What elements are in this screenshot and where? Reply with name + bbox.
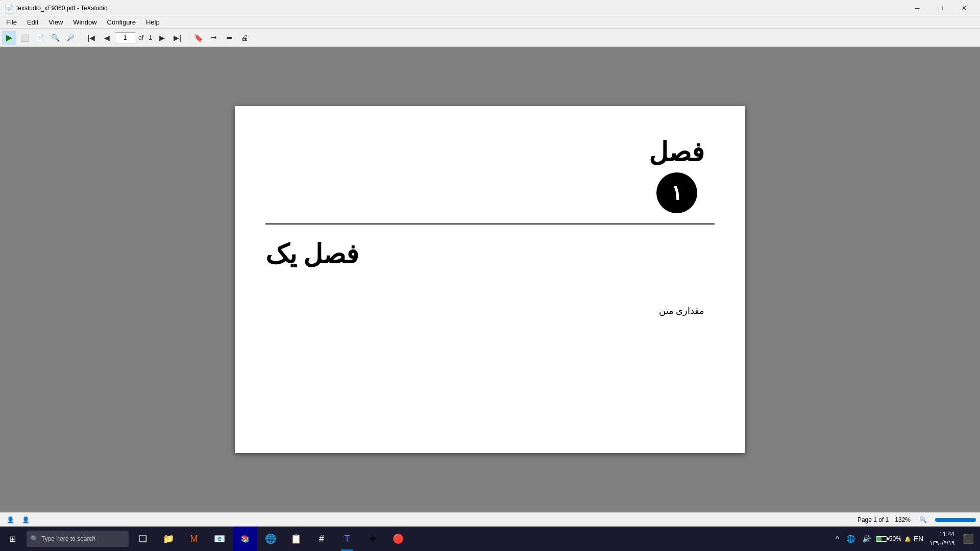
- taskbar-app-texstudio[interactable]: T: [335, 527, 359, 551]
- last-page-button[interactable]: ▶|: [170, 31, 185, 45]
- menu-window[interactable]: Window: [69, 17, 101, 27]
- separator-2: [188, 32, 188, 44]
- menu-view[interactable]: View: [44, 17, 67, 27]
- input-lang-icon[interactable]: EN: [914, 535, 923, 543]
- menu-help[interactable]: Help: [142, 17, 164, 27]
- print-button[interactable]: 🖨: [237, 31, 252, 45]
- chapter-title: فصل یک: [265, 239, 359, 269]
- battery-percent: 50%: [889, 535, 901, 542]
- title-bar-left: 📄 texstudio_xE9360.pdf - TeXstudio: [4, 4, 108, 12]
- page-info-label: Page 1 of 1: [857, 516, 889, 523]
- run-button[interactable]: ▶: [2, 31, 16, 45]
- status-right: Page 1 of 1 132% 🔍: [857, 514, 976, 526]
- menu-configure[interactable]: Configure: [103, 17, 140, 27]
- taskbar-app-chrome[interactable]: 🌐: [258, 527, 283, 551]
- page-number-input[interactable]: [115, 32, 135, 43]
- page-of-label: of: [138, 34, 143, 41]
- page-navigation: of 1: [115, 32, 154, 43]
- main-area: فصل ۱ فصل یک مقداری متن: [0, 47, 980, 512]
- menu-bar: File Edit View Window Configure Help: [0, 16, 980, 29]
- network-icon[interactable]: 🌐: [844, 533, 857, 545]
- chapter-arabic-label: فصل: [649, 137, 704, 167]
- chapter-header: فصل ۱: [649, 137, 704, 213]
- show-desktop-button[interactable]: ⬛: [961, 533, 976, 544]
- chapter-number-text: ۱: [671, 181, 682, 205]
- page-total-label: 1: [149, 34, 152, 41]
- maximize-button[interactable]: □: [929, 0, 952, 16]
- toolbar: ▶ ⬜ 📄 🔍 🔎 |◀ ◀ of 1 ▶ ▶| 🔖 ⮕ ⬅ 🖨: [0, 29, 980, 47]
- stop-button[interactable]: ⬜: [17, 31, 32, 45]
- app-icon: 📄: [4, 4, 12, 12]
- menu-file[interactable]: File: [2, 17, 21, 27]
- status-icon-1[interactable]: 👤: [4, 514, 16, 526]
- status-bar: 👤 👤 Page 1 of 1 132% 🔍: [0, 512, 980, 527]
- menu-edit[interactable]: Edit: [23, 17, 42, 27]
- battery-fill: [876, 537, 881, 541]
- window-title: texstudio_xE9360.pdf - TeXstudio: [16, 5, 108, 12]
- zoom-in-button[interactable]: 🔍: [48, 31, 62, 45]
- search-bar[interactable]: 🔍 Type here to search: [27, 531, 129, 547]
- volume-icon[interactable]: 🔊: [860, 533, 873, 545]
- zoom-slider[interactable]: [935, 518, 976, 522]
- body-text: مقداری متن: [659, 305, 705, 316]
- taskbar-right: ^ 🌐 🔊 50% 🔔 EN 11:44 ۱۳۹۰/۴/۱۹ ⬛: [829, 527, 980, 551]
- status-icons: 👤 👤: [4, 514, 32, 526]
- taskbar: ⊞ 🔍 Type here to search ❑ 📁 M 📧 📚 🌐 📋 # …: [0, 527, 980, 551]
- taskbar-left: ⊞ 🔍 Type here to search ❑ 📁 M 📧 📚 🌐 📋 # …: [0, 527, 410, 551]
- taskbar-app-task-view[interactable]: ❑: [131, 527, 155, 551]
- bookmark-button[interactable]: 🔖: [191, 31, 206, 45]
- taskbar-app-matlab[interactable]: M: [182, 527, 206, 551]
- zoom-out-button[interactable]: 🔎: [63, 31, 78, 45]
- system-tray: ^ 🌐 🔊 50% 🔔 EN: [834, 533, 923, 545]
- taskbar-clock[interactable]: 11:44 ۱۳۹۰/۴/۱۹: [925, 530, 959, 547]
- taskbar-apps: ❑ 📁 M 📧 📚 🌐 📋 # T ✈ 🔴: [131, 527, 410, 551]
- start-button[interactable]: ⊞: [0, 527, 24, 551]
- minimize-button[interactable]: ─: [905, 0, 929, 16]
- horizontal-rule: [265, 223, 715, 224]
- taskbar-app-telegram[interactable]: ✈: [360, 527, 385, 551]
- taskbar-app-tex[interactable]: 📚: [233, 527, 257, 551]
- compile-pdf-button[interactable]: 📄: [33, 31, 47, 45]
- zoom-out-status-button[interactable]: 🔍: [917, 514, 929, 526]
- taskbar-app-file-explorer[interactable]: 📁: [156, 527, 181, 551]
- chapter-number-circle: ۱: [656, 172, 697, 213]
- title-bar-controls: ─ □ ✕: [905, 0, 976, 16]
- clock-time: 11:44: [929, 530, 954, 539]
- taskbar-app-sharp[interactable]: #: [309, 527, 334, 551]
- zoom-level-label: 132%: [895, 516, 911, 523]
- taskbar-app-pdf2[interactable]: 📋: [284, 527, 308, 551]
- close-button[interactable]: ✕: [952, 0, 976, 16]
- pdf-viewer[interactable]: فصل ۱ فصل یک مقداری متن: [0, 47, 980, 512]
- separator-1: [81, 32, 81, 44]
- taskbar-app-acrobat[interactable]: 🔴: [386, 527, 410, 551]
- battery-bar: [876, 536, 887, 542]
- pdf-page: فصل ۱ فصل یک مقداری متن: [235, 106, 745, 453]
- next-page-button[interactable]: ▶: [155, 31, 169, 45]
- tray-extra-icon[interactable]: 🔔: [904, 536, 911, 542]
- show-hidden-icon[interactable]: ^: [834, 533, 841, 545]
- status-left: 👤 👤: [4, 514, 32, 526]
- battery-indicator[interactable]: 50%: [876, 535, 901, 542]
- prev-page-button[interactable]: ◀: [100, 31, 114, 45]
- first-page-button[interactable]: |◀: [84, 31, 99, 45]
- taskbar-app-outlook[interactable]: 📧: [207, 527, 232, 551]
- clock-date: ۱۳۹۰/۴/۱۹: [929, 539, 954, 547]
- forward-button[interactable]: ⮕: [207, 31, 221, 45]
- status-icon-2[interactable]: 👤: [19, 514, 32, 526]
- title-bar: 📄 texstudio_xE9360.pdf - TeXstudio ─ □ ✕: [0, 0, 980, 16]
- back-button[interactable]: ⬅: [222, 31, 236, 45]
